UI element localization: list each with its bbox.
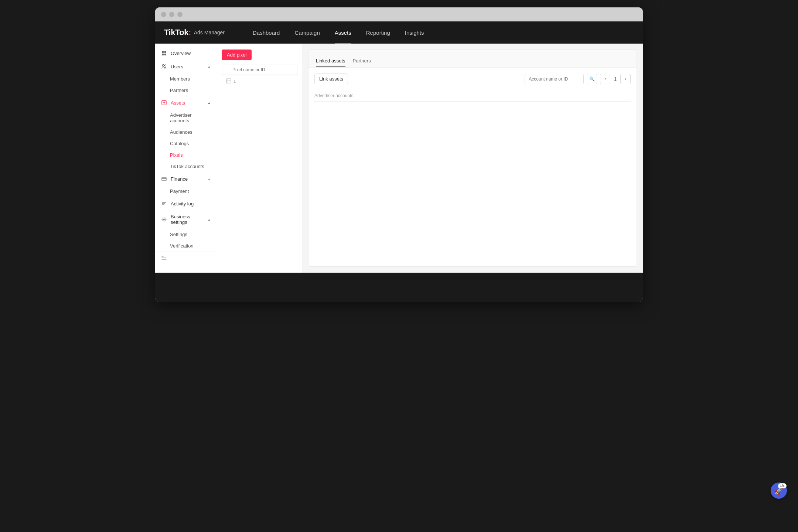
- svg-point-5: [165, 65, 166, 66]
- sidebar-business-label: Business settings: [171, 214, 207, 225]
- sidebar-item-tiktok-accounts[interactable]: TikTok accounts: [155, 161, 217, 172]
- sidebar-collapse-button[interactable]: [155, 252, 217, 264]
- pixel-footer: 1: [222, 75, 297, 87]
- pixel-search-input[interactable]: [222, 65, 297, 75]
- prev-page-button[interactable]: ‹: [600, 74, 610, 84]
- bottom-bar: [155, 273, 643, 302]
- account-search-button[interactable]: 🔍: [587, 74, 597, 84]
- assets-icon: [161, 100, 167, 106]
- activity-icon: [161, 201, 167, 207]
- logo-colon: :: [188, 28, 191, 37]
- account-search-area: 🔍 ‹ 1 ›: [525, 74, 631, 84]
- panel-toolbar: Link assets 🔍 ‹ 1 ›: [314, 74, 631, 84]
- sidebar-assets-label: Assets: [171, 100, 185, 106]
- sidebar-item-members[interactable]: Members: [155, 73, 217, 85]
- settings-icon: [161, 216, 167, 222]
- panel-header: Linked assets Partners: [308, 50, 637, 68]
- nav-reporting[interactable]: Reporting: [359, 21, 398, 44]
- next-page-button[interactable]: ›: [620, 74, 631, 84]
- nav-assets[interactable]: Assets: [327, 21, 359, 44]
- svg-rect-1: [164, 51, 166, 53]
- svg-rect-2: [162, 54, 164, 55]
- sidebar-assets-header[interactable]: Assets ▲: [155, 96, 217, 109]
- sidebar-item-overview[interactable]: Overview: [155, 47, 217, 60]
- svg-point-8: [163, 219, 165, 220]
- logo-tiktok: TikTok: [164, 28, 188, 37]
- add-pixel-button[interactable]: Add pixel: [222, 50, 252, 60]
- nav-dashboard[interactable]: Dashboard: [245, 21, 287, 44]
- pixel-panel: Add pixel 🔍 1: [217, 44, 302, 273]
- table-icon: [226, 78, 231, 84]
- main-panel: Linked assets Partners Link assets 🔍: [308, 50, 637, 267]
- users-chevron-icon: ▲: [207, 65, 211, 69]
- app-wrapper: TikTok: Ads Manager Dashboard Campaign A…: [155, 21, 643, 273]
- sidebar-activity-label: Activity log: [171, 201, 194, 207]
- pagination-controls: ‹ 1 ›: [600, 74, 631, 84]
- browser-window: TikTok: Ads Manager Dashboard Campaign A…: [155, 7, 643, 302]
- browser-dot-green: [177, 12, 183, 17]
- svg-rect-7: [162, 177, 166, 181]
- table-header: Advertiser accounts: [314, 90, 631, 102]
- svg-point-4: [163, 65, 164, 66]
- sidebar-item-settings[interactable]: Settings: [155, 229, 217, 240]
- nav-insights[interactable]: Insights: [398, 21, 432, 44]
- users-icon: [161, 64, 167, 69]
- sidebar-overview-label: Overview: [171, 51, 191, 56]
- link-assets-button[interactable]: Link assets: [314, 74, 348, 84]
- table-empty-body: [314, 102, 631, 212]
- pixel-count: 1: [233, 79, 236, 83]
- svg-rect-9: [226, 79, 231, 83]
- account-search-icon: 🔍: [589, 76, 595, 82]
- tab-partners[interactable]: Partners: [351, 50, 377, 67]
- nav-items: Dashboard Campaign Assets Reporting Insi…: [245, 21, 634, 44]
- sidebar-item-pixels[interactable]: Pixels: [155, 149, 217, 161]
- content-area: Add pixel 🔍 1: [217, 44, 643, 273]
- browser-chrome: [155, 7, 643, 21]
- nav-campaign[interactable]: Campaign: [287, 21, 327, 44]
- sidebar-item-verification[interactable]: Verification: [155, 240, 217, 252]
- sidebar-item-activity-log[interactable]: Activity log: [155, 197, 217, 210]
- sidebar-users-label: Users: [171, 64, 183, 69]
- sidebar: Overview Users: [155, 44, 217, 273]
- sidebar-item-audiences[interactable]: Audiences: [155, 126, 217, 138]
- column-header-advertiser-accounts: Advertiser accounts: [314, 93, 353, 98]
- svg-rect-3: [164, 54, 166, 55]
- sidebar-item-partners[interactable]: Partners: [155, 85, 217, 96]
- tab-linked-assets[interactable]: Linked assets: [314, 50, 351, 67]
- grid-icon: [161, 50, 167, 56]
- panel-body: Link assets 🔍 ‹ 1 ›: [308, 68, 637, 266]
- sidebar-item-catalogs[interactable]: Catalogs: [155, 138, 217, 149]
- sidebar-users-header[interactable]: Users ▲: [155, 60, 217, 73]
- browser-dot-red: [161, 12, 166, 17]
- main-layout: Overview Users: [155, 44, 643, 273]
- finance-icon: [161, 176, 167, 182]
- sidebar-finance-header[interactable]: Finance ▲: [155, 172, 217, 185]
- sidebar-finance-label: Finance: [171, 176, 188, 182]
- page-number: 1: [612, 76, 619, 82]
- account-search-input[interactable]: [525, 74, 584, 84]
- logo-area: TikTok: Ads Manager: [164, 28, 225, 37]
- sidebar-business-settings-header[interactable]: Business settings ▲: [155, 210, 217, 229]
- logo-subtitle: Ads Manager: [194, 30, 225, 35]
- sidebar-item-payment[interactable]: Payment: [155, 185, 217, 197]
- panel-tabs: Linked assets Partners: [308, 50, 637, 67]
- business-settings-chevron-icon: ▲: [207, 218, 211, 222]
- svg-rect-0: [162, 51, 164, 53]
- top-nav: TikTok: Ads Manager Dashboard Campaign A…: [155, 21, 643, 44]
- sidebar-item-advertiser-accounts[interactable]: Advertiser accounts: [155, 109, 217, 126]
- assets-chevron-icon: ▲: [207, 101, 211, 105]
- finance-chevron-icon: ▲: [207, 177, 211, 181]
- sidebar-bottom: [155, 252, 217, 264]
- pixel-search-wrapper: 🔍: [222, 65, 297, 75]
- browser-dot-yellow: [169, 12, 174, 17]
- logo-text: TikTok:: [164, 28, 191, 37]
